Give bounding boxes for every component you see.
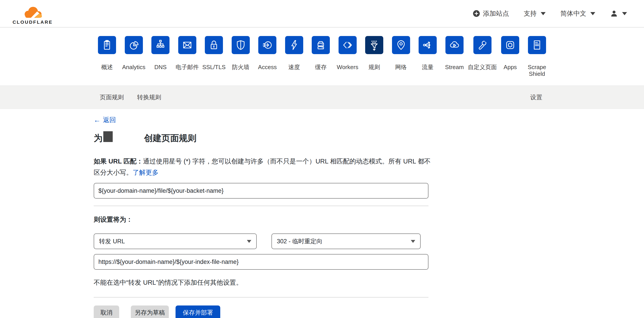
app-nav-label: DNS <box>147 64 174 70</box>
app-nav-item-workers[interactable]: Workers <box>334 36 361 77</box>
app-nav-item-rules[interactable]: 规则 <box>361 36 388 77</box>
chevron-down-icon <box>247 240 251 243</box>
language-menu[interactable]: 简体中文 <box>560 9 595 18</box>
settings-row: 转发 URL 302 - 临时重定向 <box>94 234 550 249</box>
app-nav-item-ssl-tls[interactable]: SSL/TLS <box>200 36 228 77</box>
traffic-branch-icon <box>418 36 437 54</box>
tab-transform-rules[interactable]: 转换规则 <box>137 93 161 101</box>
access-arrow-icon <box>258 36 276 54</box>
user-icon <box>610 10 618 18</box>
chevron-down-icon <box>622 12 627 15</box>
email-icon <box>178 36 196 54</box>
app-nav-label: Scrape Shield <box>524 64 550 77</box>
divider <box>94 206 428 206</box>
app-nav-label: 速度 <box>281 64 308 70</box>
shield-icon <box>232 36 250 54</box>
sub-nav: 页面规则 转换规则 设置 <box>0 86 644 109</box>
plus-circle-icon <box>473 10 480 17</box>
app-nav-label: Apps <box>497 64 524 70</box>
settings-label: 则设置将为： <box>94 215 550 224</box>
app-nav-label: Access <box>254 64 281 70</box>
page-title: 为 创建页面规则 <box>94 130 550 146</box>
add-site-button[interactable]: 添加站点 <box>473 9 509 18</box>
stream-cloud-play-icon <box>446 36 464 54</box>
status-code-select[interactable]: 302 - 临时重定向 <box>272 234 420 249</box>
brand-wordmark: CLOUDFLARE <box>12 20 53 25</box>
back-arrow-icon: ← <box>94 116 100 124</box>
filter-funnel-icon <box>365 36 383 54</box>
learn-more-link[interactable]: 了解更多 <box>132 169 158 176</box>
tab-page-rules[interactable]: 页面规则 <box>100 93 124 101</box>
app-nav-item-network[interactable]: 网络 <box>388 36 414 77</box>
app-nav-label: 规则 <box>361 64 388 70</box>
map-pin-icon <box>392 36 410 54</box>
setting-type-select[interactable]: 转发 URL <box>94 234 257 249</box>
desc-bold: 如果 URL 匹配： <box>94 158 143 165</box>
back-link[interactable]: ← 返回 <box>94 116 116 124</box>
redacted-site-name <box>103 131 113 142</box>
app-nav-item-overview[interactable]: 概述 <box>94 36 120 77</box>
destination-url-input[interactable] <box>94 254 428 270</box>
pie-chart-icon <box>125 36 143 54</box>
app-nav: 概述AnalyticsDNS电子邮件SSL/TLS防火墙Access速度缓存Wo… <box>0 28 644 86</box>
app-nav-item-firewall[interactable]: 防火墙 <box>228 36 254 77</box>
app-nav-label: 网络 <box>388 64 414 70</box>
language-label: 简体中文 <box>560 9 586 18</box>
app-nav-item-traffic[interactable]: 流量 <box>414 36 441 77</box>
app-nav-item-custom-pages[interactable]: 自定义页面 <box>468 36 497 77</box>
app-nav-label: SSL/TLS <box>200 64 228 70</box>
back-label: 返回 <box>103 116 116 124</box>
forward-url-note: 不能在选中“转发 URL”的情况下添加任何其他设置。 <box>94 278 550 287</box>
app-nav-item-caching[interactable]: 缓存 <box>308 36 334 77</box>
app-nav-item-speed[interactable]: 速度 <box>281 36 308 77</box>
workers-brackets-icon <box>338 36 357 54</box>
app-nav-label: 电子邮件 <box>174 64 201 70</box>
app-nav-item-access[interactable]: Access <box>254 36 281 77</box>
form-actions: 取消 另存为草稿 保存并部署 <box>94 306 550 318</box>
app-nav-label: 缓存 <box>308 64 334 70</box>
app-nav-label: 自定义页面 <box>468 64 497 70</box>
cache-drives-icon <box>312 36 330 54</box>
support-label: 支持 <box>524 9 537 18</box>
app-nav-item-dns[interactable]: DNS <box>147 36 174 77</box>
app-nav-label: 防火墙 <box>228 64 254 70</box>
title-prefix: 为 <box>94 132 102 144</box>
dns-tree-icon <box>152 36 170 54</box>
save-deploy-button[interactable]: 保存并部署 <box>176 306 220 318</box>
title-suffix: 创建页面规则 <box>144 132 196 144</box>
save-draft-button[interactable]: 另存为草稿 <box>131 306 169 318</box>
app-nav-label: Analytics <box>120 64 147 70</box>
app-nav-item-analytics[interactable]: Analytics <box>120 36 147 77</box>
app-nav-label: 流量 <box>414 64 441 70</box>
app-nav-label: Workers <box>334 64 361 70</box>
cloudflare-cloud-icon <box>20 5 46 20</box>
clipboard-icon <box>98 36 116 54</box>
app-nav-item-scrape-shield[interactable]: Scrape Shield <box>524 36 550 77</box>
app-nav-item-apps[interactable]: Apps <box>497 36 524 77</box>
add-site-label: 添加站点 <box>483 9 509 18</box>
user-menu[interactable] <box>610 10 627 18</box>
wrench-icon <box>474 36 492 54</box>
setting-type-value: 转发 URL <box>99 237 125 245</box>
cancel-button[interactable]: 取消 <box>94 306 119 318</box>
lightning-icon <box>285 36 303 54</box>
app-nav-item-stream[interactable]: Stream <box>441 36 468 77</box>
app-nav-label: Stream <box>441 64 468 70</box>
chevron-down-icon <box>590 12 595 15</box>
support-menu[interactable]: 支持 <box>524 9 546 18</box>
top-header: CLOUDFLARE 添加站点 支持 简体中文 <box>0 0 644 28</box>
main-content: ← 返回 为 创建页面规则 如果 URL 匹配：通过使用星号 (*) 字符，您可… <box>0 109 644 318</box>
divider <box>94 297 428 298</box>
cloudflare-logo[interactable]: CLOUDFLARE <box>10 2 55 25</box>
url-pattern-input[interactable] <box>94 183 428 198</box>
chevron-down-icon <box>541 12 546 15</box>
chevron-down-icon <box>411 240 415 243</box>
app-nav-item-email[interactable]: 电子邮件 <box>174 36 201 77</box>
status-code-value: 302 - 临时重定向 <box>277 237 322 245</box>
apps-hexagon-icon <box>501 36 519 54</box>
tab-settings[interactable]: 设置 <box>530 93 550 101</box>
document-icon <box>528 36 546 54</box>
header-menu: 添加站点 支持 简体中文 <box>473 9 627 18</box>
url-match-description: 如果 URL 匹配：通过使用星号 (*) 字符，您可以创建与许多（而不只是一个）… <box>94 156 436 178</box>
app-nav-label: 概述 <box>94 64 120 70</box>
